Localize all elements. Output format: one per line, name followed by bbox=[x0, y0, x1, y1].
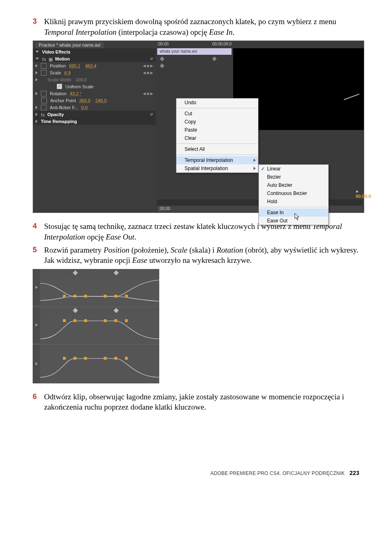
menu-item-hold[interactable]: Hold bbox=[259, 197, 328, 206]
keyframe-row[interactable] bbox=[40, 269, 159, 276]
track-disclosure[interactable] bbox=[33, 307, 40, 343]
keyframe-icon[interactable] bbox=[73, 270, 78, 276]
next-keyframe-icon[interactable]: ▶ bbox=[150, 64, 153, 68]
scale-width-row: Scale Width100.0 bbox=[33, 76, 156, 83]
menu-item-ease-in[interactable]: Ease In bbox=[259, 208, 328, 217]
svg-rect-4 bbox=[114, 295, 117, 298]
menu-item-linear[interactable]: Linear bbox=[259, 165, 328, 173]
menu-item-temporal-interpolation[interactable]: Temporal Interpolation bbox=[176, 156, 258, 164]
disclosure-icon[interactable] bbox=[36, 106, 38, 109]
fx-icon: fx bbox=[42, 57, 46, 61]
svg-rect-9 bbox=[104, 319, 107, 322]
track-disclosure[interactable] bbox=[33, 269, 40, 305]
step-number: 3 bbox=[33, 16, 44, 37]
svg-rect-16 bbox=[114, 357, 117, 360]
track-disclosure[interactable] bbox=[33, 345, 40, 383]
keyframe-icon[interactable] bbox=[114, 270, 119, 276]
property-label: Scale bbox=[50, 70, 61, 75]
menu-item-auto-bezier[interactable]: Auto Bezier bbox=[259, 181, 328, 189]
menu-item-select-all[interactable]: Select All bbox=[176, 145, 258, 153]
disclosure-icon[interactable] bbox=[36, 71, 38, 74]
book-title: ADOBE PREMIERE PRO CS4. OFICJALNY PODRĘC… bbox=[210, 470, 345, 476]
menu-item-clear[interactable]: Clear bbox=[176, 134, 258, 142]
add-keyframe-icon[interactable]: ◆ bbox=[147, 64, 149, 68]
stopwatch-icon[interactable] bbox=[41, 98, 47, 103]
add-keyframe-icon[interactable]: ◆ bbox=[147, 71, 149, 75]
disclosure-icon[interactable] bbox=[36, 120, 38, 123]
clip-bar[interactable]: whats your name.avi bbox=[157, 48, 232, 55]
step-body: Odtwórz klip, obserwując łagodne zmiany,… bbox=[44, 392, 359, 412]
reset-icon[interactable]: ↺ bbox=[150, 57, 153, 61]
disclosure-icon[interactable] bbox=[36, 51, 39, 53]
reset-icon[interactable]: ↺ bbox=[150, 112, 153, 116]
property-label: Position bbox=[50, 63, 66, 68]
keyframe-icon[interactable] bbox=[73, 308, 78, 313]
position-row: Position695.1463.4◀◆▶ bbox=[33, 62, 156, 69]
disclosure-icon[interactable] bbox=[36, 92, 38, 95]
prev-keyframe-icon[interactable]: ◀ bbox=[143, 71, 146, 75]
step-body: Rozwiń parametry Position (położenie), S… bbox=[44, 245, 359, 266]
stopwatch-icon[interactable] bbox=[41, 91, 47, 96]
menu-item-continuous-bezier[interactable]: Continuous Bezier bbox=[259, 189, 328, 197]
text-italic: Position bbox=[104, 246, 129, 254]
value[interactable]: 6.9 bbox=[63, 70, 72, 75]
stopwatch-icon[interactable] bbox=[41, 63, 47, 69]
keyframe-icon[interactable] bbox=[160, 57, 164, 61]
menu-item-spatial-interpolation[interactable]: Spatial Interpolation bbox=[176, 164, 258, 172]
step-number: 6 bbox=[33, 392, 44, 412]
value-y[interactable]: 463.4 bbox=[84, 63, 98, 68]
text: Rozwiń parametry bbox=[44, 246, 104, 254]
context-menu: Undo Cut Copy Paste Clear Select All Tem… bbox=[176, 98, 258, 173]
svg-rect-7 bbox=[74, 319, 76, 322]
prev-keyframe-icon[interactable]: ◀ bbox=[143, 92, 146, 96]
time-remapping-header[interactable]: Time Remapping bbox=[33, 118, 156, 125]
opacity-effect-header[interactable]: fxOpacity↺ bbox=[33, 111, 156, 118]
stopwatch-icon[interactable] bbox=[41, 70, 47, 76]
keyframe-icon[interactable] bbox=[114, 308, 119, 313]
rotation-row: Rotation43.2 °◀◆▶ bbox=[33, 90, 156, 97]
step-6: 6 Odtwórz klip, obserwując łagodne zmian… bbox=[33, 392, 359, 412]
svg-rect-6 bbox=[63, 319, 66, 322]
menu-item-copy[interactable]: Copy bbox=[176, 118, 258, 126]
svg-rect-1 bbox=[74, 295, 76, 298]
menu-item-cut[interactable]: Cut bbox=[176, 110, 258, 118]
prev-keyframe-icon[interactable]: ◀ bbox=[143, 64, 146, 68]
svg-rect-12 bbox=[63, 357, 66, 360]
transform-icon[interactable]: ▣ bbox=[49, 57, 53, 61]
keyframe-row[interactable] bbox=[40, 345, 159, 351]
timecode[interactable]: 00;00;0 bbox=[356, 194, 371, 199]
value[interactable]: 0.0 bbox=[80, 105, 89, 110]
label: Video Effects bbox=[42, 49, 71, 54]
stopwatch-icon[interactable] bbox=[41, 105, 47, 110]
menu-item-paste[interactable]: Paste bbox=[176, 126, 258, 134]
add-keyframe-icon[interactable]: ◆ bbox=[147, 92, 149, 96]
video-effects-header[interactable]: Video Effects bbox=[33, 48, 156, 55]
text: . bbox=[233, 28, 235, 36]
checkbox[interactable]: ✓ bbox=[57, 84, 62, 89]
menu-item-ease-out[interactable]: Ease Out bbox=[259, 217, 328, 225]
value: 100.0 bbox=[73, 77, 87, 82]
next-keyframe-icon[interactable]: ▶ bbox=[150, 92, 153, 96]
disclosure-icon[interactable] bbox=[36, 58, 39, 60]
timeline-tick: ;00;00 bbox=[157, 42, 169, 46]
value-x[interactable]: 695.1 bbox=[67, 63, 82, 68]
value-y[interactable]: 240.0 bbox=[94, 98, 109, 103]
keyframe-icon[interactable] bbox=[160, 64, 164, 68]
menu-separator bbox=[177, 155, 257, 155]
value-x[interactable]: 360.0 bbox=[78, 98, 92, 103]
next-keyframe-icon[interactable]: ▶ bbox=[150, 71, 153, 75]
text: utworzyło na wykresach krzywe. bbox=[147, 256, 252, 264]
label: Uniform Scale bbox=[65, 84, 94, 89]
menu-item-undo[interactable]: Undo bbox=[176, 99, 258, 107]
disclosure-icon[interactable] bbox=[36, 64, 38, 67]
value[interactable]: 43.2 ° bbox=[68, 91, 83, 96]
keyframe-row[interactable] bbox=[40, 307, 159, 314]
svg-rect-13 bbox=[74, 357, 76, 360]
panel-tab[interactable]: Practice * whats your name.avi bbox=[36, 42, 104, 48]
disclosure-icon bbox=[36, 78, 38, 81]
menu-item-bezier[interactable]: Bezier bbox=[259, 173, 328, 181]
keyframe-icon[interactable] bbox=[212, 57, 216, 61]
keyframe-graph-panel bbox=[33, 269, 159, 383]
motion-effect-header[interactable]: fx▣Motion↺ bbox=[33, 55, 156, 62]
disclosure-icon[interactable] bbox=[36, 113, 38, 116]
